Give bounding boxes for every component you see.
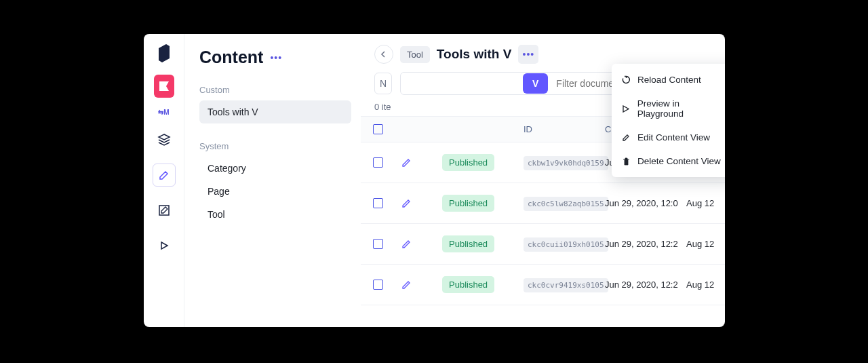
content-nav-section <box>154 76 174 96</box>
status-badge: Published <box>442 235 494 252</box>
iconbar: ⇆M <box>144 34 184 327</box>
dropdown-edit-content-view[interactable]: Edit Content View <box>612 126 725 149</box>
edit-row-icon[interactable] <box>401 158 429 168</box>
cm-badge: ⇆M <box>158 109 169 116</box>
topbar: Tool Tools with V ••• Reload Content Pre… <box>361 34 725 72</box>
sidebar-item-tools-with-v[interactable]: Tools with V <box>199 100 351 123</box>
group-label-system: System <box>199 141 351 151</box>
trash-icon <box>621 157 631 166</box>
play-nav-icon[interactable] <box>153 234 176 257</box>
select-all-checkbox[interactable] <box>373 124 383 134</box>
sidebar-item-category[interactable]: Category <box>199 157 351 180</box>
status-badge: Published <box>442 154 494 171</box>
edit-nav-icon[interactable] <box>153 164 176 187</box>
dropdown-item-label: Delete Content View <box>637 156 721 166</box>
row-updated: Aug 12 <box>679 231 720 256</box>
dropdown-item-label: Edit Content View <box>637 132 710 142</box>
model-tag: Tool <box>400 46 430 63</box>
dropdown-reload-content[interactable]: Reload Content <box>612 68 725 92</box>
group-label-custom: Custom <box>199 85 351 95</box>
table-row[interactable]: Published ckc0cvr9419xs0105 Jun 29, 2020… <box>361 265 725 305</box>
play-icon <box>621 105 631 113</box>
reload-icon <box>621 75 631 84</box>
row-updated: Aug 12 <box>679 191 720 216</box>
row-id: ckc0cvr9419xs0105 <box>524 278 608 292</box>
row-id: ckbw1v9vk0hdq0159 <box>524 156 608 170</box>
dropdown-item-label: Preview in Playground <box>637 98 725 119</box>
edit-icon <box>621 134 631 142</box>
row-created: Jun 29, 2020, 12:2 <box>598 231 679 256</box>
dropdown-delete-content-view[interactable]: Delete Content View <box>612 149 725 173</box>
dropdown-preview-playground[interactable]: Preview in Playground <box>612 92 725 126</box>
dropdown-item-label: Reload Content <box>637 75 701 85</box>
status-badge: Published <box>442 276 494 293</box>
view-actions-dropdown: Reload Content Preview in Playground Edi… <box>612 64 725 177</box>
column-id: ID <box>517 117 598 142</box>
new-button[interactable]: N <box>374 73 392 94</box>
page-title: Tools with V <box>437 47 511 62</box>
filter-chip-v[interactable]: V <box>523 73 548 94</box>
main: Tool Tools with V ••• Reload Content Pre… <box>361 34 725 327</box>
row-created: Jun 29, 2020, 12:0 <box>598 191 679 216</box>
sidebar-title: Content <box>199 47 263 67</box>
sidebar: Content ••• Custom Tools with V System C… <box>184 34 361 327</box>
row-checkbox[interactable] <box>373 280 383 290</box>
row-id: ckc0c5lw82aqb0155 <box>524 197 608 211</box>
sidebar-item-tool[interactable]: Tool <box>199 203 351 226</box>
layers-icon[interactable] <box>153 128 176 151</box>
back-button[interactable] <box>374 45 393 64</box>
edit-row-icon[interactable] <box>401 240 429 249</box>
table-row[interactable]: Published ckc0c5lw82aqb0155 Jun 29, 2020… <box>361 183 725 224</box>
view-actions-button[interactable]: ••• <box>518 45 538 64</box>
compose-icon[interactable] <box>153 199 176 222</box>
app-window: ⇆M Content ••• Custom Tools with V Syste… <box>144 34 725 327</box>
status-badge: Published <box>442 195 494 212</box>
row-checkbox[interactable] <box>373 198 383 208</box>
sidebar-more-icon[interactable]: ••• <box>270 52 282 63</box>
edit-row-icon[interactable] <box>401 280 429 290</box>
svg-rect-0 <box>159 206 169 215</box>
brand-logo-icon <box>155 43 173 64</box>
nav-content-icon[interactable] <box>154 75 174 98</box>
sidebar-item-page[interactable]: Page <box>199 180 351 203</box>
row-updated: Aug 12 <box>679 272 720 297</box>
table-row[interactable]: Published ckc0cuii019xh0105 Jun 29, 2020… <box>361 224 725 265</box>
row-id: ckc0cuii019xh0105 <box>524 237 608 252</box>
row-created: Jun 29, 2020, 12:2 <box>598 272 679 297</box>
edit-row-icon[interactable] <box>401 199 429 208</box>
row-checkbox[interactable] <box>373 239 383 249</box>
row-checkbox[interactable] <box>373 157 383 168</box>
